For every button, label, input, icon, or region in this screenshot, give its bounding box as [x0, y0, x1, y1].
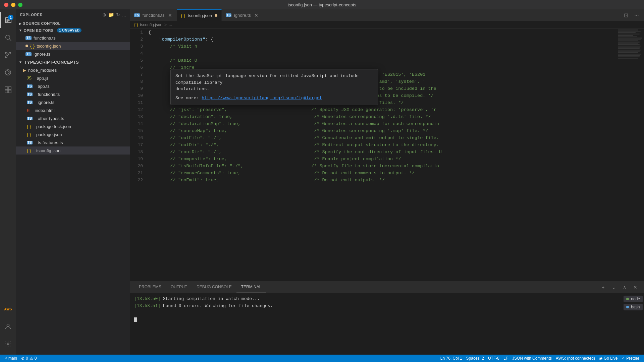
html-icon: H [27, 108, 30, 112]
ts-icon-ignore: TS [27, 101, 33, 104]
split-terminal-button[interactable]: ⌄ [609, 283, 619, 292]
status-spaces[interactable]: Spaces: 2 [464, 355, 486, 362]
app-js-item[interactable]: JS app.js [16, 74, 130, 82]
tab-problems[interactable]: PROBLEMS [134, 281, 166, 293]
chevron-down-icon: ▼ [19, 28, 22, 32]
js-icon: JS [27, 76, 32, 80]
close-panel-button[interactable]: ✕ [631, 283, 640, 292]
svg-rect-1 [7, 20, 10, 21]
app-ts-item[interactable]: TS app.ts [16, 82, 130, 90]
tab-tsconfig-json[interactable]: { } tsconfig.json [177, 9, 222, 21]
breadcrumb-path[interactable]: ... [169, 22, 172, 27]
terminal-line-1: [13:58:50] Starting compilation in watch… [134, 296, 640, 303]
settings-icon[interactable] [0, 336, 16, 352]
new-file-icon[interactable]: ⊕ [102, 12, 106, 17]
source-control-label: SOURCE CONTROL [23, 21, 61, 25]
terminal-line-2: [13:58:51] Found 0 errors. Watching for … [134, 303, 640, 310]
extensions-icon[interactable] [0, 82, 16, 98]
account-icon[interactable] [0, 318, 16, 335]
ignore-ts-item[interactable]: TS ignore.ts [16, 98, 130, 106]
source-control-section[interactable]: ▶ SOURCE CONTROL [16, 20, 130, 27]
terminal-text-1: Starting compilation in watch mode... [160, 296, 260, 301]
source-control-icon[interactable] [0, 47, 16, 63]
tab-functions-ts-close[interactable]: ✕ [167, 13, 173, 18]
status-errors[interactable]: ⊗ 0 ⚠ 0 [19, 355, 39, 362]
open-editor-ignore-ts[interactable]: TS ignore.ts [16, 50, 130, 58]
open-editor-functions-ts[interactable]: TS functions.ts [16, 34, 130, 42]
tsconfig-json-item[interactable]: { } tsconfig.json [16, 146, 130, 155]
open-editors-header[interactable]: ▼ OPEN EDITORS 1 UNSAVED [16, 27, 130, 34]
tab-ts-icon-ignore: TS [226, 13, 231, 17]
other-types-ts-item[interactable]: TS other-types.ts [16, 114, 130, 122]
aws-bottom-icon[interactable]: AWS [0, 301, 16, 317]
ts-features-ts-label: ts-features.ts [38, 140, 63, 145]
minimize-button[interactable] [11, 3, 15, 7]
check-icon: ✓ [622, 356, 625, 361]
new-terminal-button[interactable]: + [598, 283, 608, 292]
package-lock-json-label: package-lock.json [36, 124, 71, 129]
status-prettier[interactable]: ✓ Prettier [620, 355, 641, 362]
split-editor-button[interactable]: ⊡ [621, 11, 631, 20]
svg-rect-13 [8, 90, 11, 93]
other-types-ts-label: other-types.ts [38, 116, 64, 121]
node-modules-item[interactable]: ▶ node_modules [16, 66, 130, 74]
files-icon[interactable]: 1 [0, 12, 16, 28]
code-line-1: { [148, 29, 617, 36]
status-encoding[interactable]: UTF-8 [486, 355, 501, 362]
line-numbers: 1 2 3 4 5 6 7 8 9 10 11 12 13 [130, 29, 147, 281]
tab-debug-console[interactable]: DEBUG CONSOLE [192, 281, 236, 293]
aws-status-label: AWS: (not connected) [556, 356, 595, 361]
code-line-12: // "jsx": "preserve", /* Specify JSX cod… [148, 106, 617, 113]
refresh-icon[interactable]: ↻ [116, 12, 120, 17]
terminal-text-2: Found 0 errors. Watching for file change… [160, 303, 273, 308]
functions-ts-item[interactable]: TS functions.ts [16, 90, 130, 98]
code-content[interactable]: { "compilerOptions": { /* Visit h /* Bas… [147, 29, 617, 281]
code-line-3: /* Visit h [148, 43, 617, 50]
status-branch[interactable]: ⑂ main [3, 355, 19, 362]
maximize-button[interactable] [18, 3, 22, 7]
code-line-14: // "declarationMap": true, /* Generates … [148, 120, 617, 127]
chevron-right-icon: ▶ [19, 22, 22, 25]
tooltip-link[interactable]: https://www.typescriptlang.org/tsconfig#… [202, 96, 322, 101]
open-editor-tsconfig-json[interactable]: { } tsconfig.json [16, 42, 130, 50]
status-aws[interactable]: AWS: (not connected) [554, 355, 597, 362]
see-more-label: See more: [175, 96, 199, 101]
status-language[interactable]: JSON with Comments [510, 355, 554, 362]
code-line-21: // "removeComments": true, /* Do not emi… [148, 170, 617, 177]
ts-icon: TS [25, 36, 32, 40]
folder-icon: ▶ [23, 68, 26, 73]
tab-terminal[interactable]: TERMINAL [236, 281, 266, 293]
status-go-live[interactable]: ◉ Go Live [597, 355, 620, 362]
node-terminal-badge[interactable]: node [624, 296, 643, 302]
terminal-tabs-list: node bash [622, 294, 644, 312]
modified-dot [25, 45, 28, 47]
new-folder-icon[interactable]: 📁 [108, 12, 114, 17]
tab-ignore-ts-close[interactable]: ✕ [254, 13, 259, 18]
bash-terminal-badge[interactable]: bash [624, 304, 643, 310]
package-lock-json-item[interactable]: { } package-lock.json [16, 122, 130, 130]
status-line-ending[interactable]: LF [501, 355, 510, 362]
package-json-item[interactable]: { } package.json [16, 130, 130, 138]
window-controls[interactable] [4, 3, 22, 7]
debug-icon[interactable] [0, 64, 16, 80]
code-editor[interactable]: 1 2 3 4 5 6 7 8 9 10 11 12 13 [130, 29, 644, 281]
tab-output[interactable]: OUTPUT [166, 281, 192, 293]
project-chevron-icon: ▼ [19, 60, 22, 64]
terminal-prompt [134, 310, 640, 317]
close-button[interactable] [4, 3, 8, 7]
ts-features-ts-item[interactable]: TS ts-features.ts [16, 138, 130, 146]
code-line-18: // "rootDir": "./", /* Specify the root … [148, 148, 617, 156]
more-actions-icon[interactable]: ... [122, 12, 126, 17]
tab-functions-ts[interactable]: TS functions.ts ✕ [130, 9, 177, 21]
index-html-item[interactable]: H index.html [16, 106, 130, 114]
open-editor-ignore-ts-name: ignore.ts [34, 52, 50, 57]
more-tab-actions-button[interactable]: ··· [632, 11, 641, 20]
status-position[interactable]: Ln 76, Col 1 [438, 355, 464, 362]
project-section-header[interactable]: ▼ TYPESCRIPT-CONCEPTS [16, 58, 130, 66]
terminal-content[interactable]: [13:58:50] Starting compilation in watch… [130, 293, 644, 355]
breadcrumb-file[interactable]: tsconfig.json [140, 22, 162, 27]
search-icon[interactable] [0, 29, 16, 46]
git-branch-icon: ⑂ [5, 356, 7, 361]
maximize-panel-button[interactable]: ∧ [620, 283, 629, 292]
tab-ignore-ts[interactable]: TS ignore.ts ✕ [222, 9, 263, 21]
